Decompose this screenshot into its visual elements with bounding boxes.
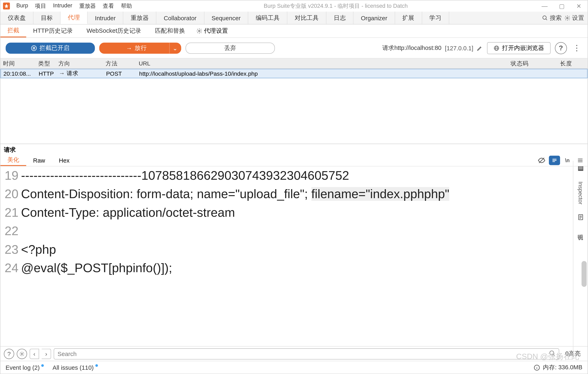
toggle-wrap-icon[interactable] (549, 155, 560, 165)
tab-dashboard[interactable]: 仪表盘 (0, 12, 33, 24)
tab-decoder[interactable]: 编码工具 (248, 12, 287, 24)
subtab-ws-history[interactable]: WebSocket历史记录 (80, 24, 148, 37)
code-content[interactable]: -----------------------------10785818662… (21, 166, 588, 346)
memory-status: 内存: 336.0MB (543, 363, 582, 371)
drop-button[interactable]: 丢弃 (185, 42, 275, 54)
subtab-http-history[interactable]: HTTP历史记录 (26, 24, 80, 37)
svg-rect-6 (34, 47, 35, 49)
forward-dropdown[interactable]: ⌄ (169, 42, 181, 54)
svg-rect-17 (578, 167, 583, 168)
tab-proxy[interactable]: 代理 (61, 12, 88, 24)
cell-time: 20:10:08... (1, 70, 36, 77)
toggle-visibility-icon[interactable] (536, 155, 547, 165)
svg-point-3 (199, 30, 200, 32)
target-ip: [127.0.0.1] (445, 44, 473, 52)
inspector-label[interactable]: Inspector (577, 181, 584, 204)
gear-icon (564, 15, 570, 21)
forward-button[interactable]: → 放行 (99, 42, 174, 54)
window-title: Burp Suite专业版 v2024.9.1 - 临时项目 - license… (136, 2, 536, 10)
tab-organizer[interactable]: Organizer (354, 12, 395, 24)
tab-learn[interactable]: 学习 (422, 12, 449, 24)
desc-icon[interactable] (576, 213, 585, 222)
menu-burp[interactable]: Burp (13, 2, 32, 10)
titlebar: Burp 项目 Intruder 重放器 查看 帮助 Burp Suite专业版… (0, 0, 588, 12)
col-length[interactable]: 长度 (557, 59, 588, 67)
col-time[interactable]: 时间 (0, 59, 36, 67)
menu-help[interactable]: 帮助 (117, 2, 136, 10)
more-menu[interactable]: ⋮ (571, 43, 582, 53)
watermark: CSDN @张扬在此 (516, 351, 579, 362)
app-menu: Burp 项目 Intruder 重放器 查看 帮助 (13, 2, 136, 10)
menu-intruder[interactable]: Intruder (50, 2, 76, 10)
arrow-right-icon: → (126, 44, 132, 52)
menu-repeater[interactable]: 重放器 (76, 2, 99, 10)
cell-direction: →请求 (56, 70, 103, 77)
search-settings-button[interactable] (17, 348, 27, 359)
status-bar: Event log (2) All issues (110) 内存: 336.0… (0, 361, 588, 374)
svg-rect-5 (33, 47, 34, 49)
reqtab-raw[interactable]: Raw (26, 154, 52, 166)
target-info: 请求http://localhost:80 [127.0.0.1] (382, 44, 483, 52)
request-view-tabs: 美化 Raw Hex \n (0, 154, 588, 166)
info-icon[interactable] (534, 364, 540, 371)
main-tabs: 仪表盘 目标 代理 Intruder 重放器 Collaborator Sequ… (0, 12, 588, 24)
tab-sequencer[interactable]: Sequencer (204, 12, 248, 24)
svg-rect-18 (578, 168, 583, 169)
svg-point-24 (21, 353, 22, 354)
tab-extensions[interactable]: 扩展 (395, 12, 422, 24)
col-method[interactable]: 方法 (103, 59, 136, 67)
minimize-button[interactable]: — (536, 3, 553, 10)
tab-repeater[interactable]: 重放器 (123, 12, 157, 24)
search-prev-button[interactable]: ‹ (30, 348, 39, 359)
svg-rect-19 (578, 170, 583, 171)
subtab-match-replace[interactable]: 匹配和替换 (148, 24, 192, 37)
search-help-button[interactable]: ? (4, 348, 14, 359)
maximize-button[interactable]: ▢ (553, 3, 570, 10)
open-browser-button[interactable]: 打开内嵌浏览器 (487, 42, 551, 54)
reqtab-hex[interactable]: Hex (52, 154, 76, 166)
tab-target[interactable]: 目标 (33, 12, 61, 24)
close-button[interactable]: ✕ (570, 3, 588, 10)
inspector-icon[interactable] (576, 164, 585, 173)
tab-intruder[interactable]: Intruder (88, 12, 123, 24)
col-status[interactable]: 状态码 (508, 59, 557, 67)
pause-icon (31, 45, 37, 51)
app-icon (3, 3, 10, 10)
tab-comparer[interactable]: 对比工具 (287, 12, 326, 24)
request-editor[interactable]: 192021222324 ---------------------------… (0, 166, 588, 346)
global-settings[interactable]: 设置 (564, 14, 584, 22)
menu-project[interactable]: 项目 (32, 2, 49, 10)
intercept-toggle-button[interactable]: 拦截已开启 (6, 42, 95, 54)
search-input[interactable] (54, 348, 559, 359)
search-icon (542, 15, 548, 21)
table-header: 时间 类型 方向 方法 URL 状态码 长度 (0, 58, 588, 69)
globe-icon (494, 45, 499, 51)
search-next-button[interactable]: › (42, 348, 51, 359)
all-issues-link[interactable]: All issues (110) (52, 364, 98, 371)
subtab-intercept[interactable]: 拦截 (0, 24, 26, 37)
help-button[interactable]: ? (555, 42, 567, 54)
event-log-link[interactable]: Event log (2) (6, 364, 44, 371)
svg-point-4 (32, 45, 37, 51)
arrow-right-icon: → (59, 70, 67, 77)
cell-method: POST (104, 70, 137, 77)
svg-point-0 (543, 16, 546, 19)
col-direction[interactable]: 方向 (56, 59, 103, 67)
newline-icon[interactable]: \n (562, 155, 573, 165)
proxy-subtabs: 拦截 HTTP历史记录 WebSocket历史记录 匹配和替换 代理设置 (0, 24, 588, 38)
tab-logger[interactable]: 日志 (326, 12, 354, 24)
proxy-settings-link[interactable]: 代理设置 (196, 27, 228, 35)
tab-collaborator[interactable]: Collaborator (157, 12, 204, 24)
col-type[interactable]: 类型 (36, 59, 56, 67)
intercept-action-bar: 拦截已开启 → 放行 ⌄ 丢弃 请求http://localhost:80 [1… (0, 38, 588, 58)
edit-icon[interactable] (477, 45, 483, 51)
col-url[interactable]: URL (136, 60, 508, 67)
inspector-sidebar: Inspector 说明 (573, 161, 587, 356)
menu-view[interactable]: 查看 (99, 2, 117, 10)
global-search[interactable]: 搜索 (542, 14, 562, 22)
gear-icon (196, 28, 202, 34)
svg-point-2 (567, 17, 568, 19)
table-row[interactable]: 20:10:08... HTTP →请求 POST http://localho… (0, 69, 588, 78)
reqtab-pretty[interactable]: 美化 (0, 154, 26, 166)
line-gutter: 192021222324 (0, 166, 21, 346)
